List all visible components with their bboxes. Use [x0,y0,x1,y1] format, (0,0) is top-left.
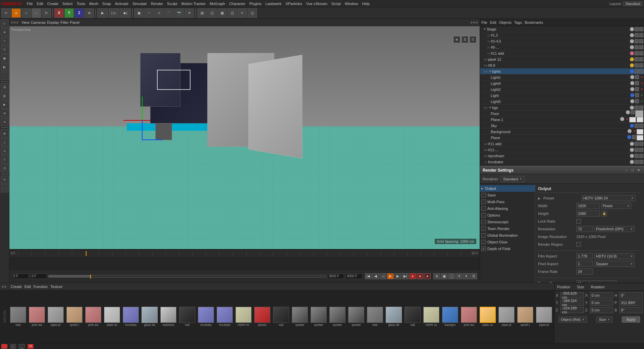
status-close-btn[interactable]: ✕ [28,344,34,349]
sidebar-icon-model[interactable]: ⊞ [1,83,9,91]
loop-btn[interactable]: ↺ [455,273,462,279]
obj-row-background[interactable]: Background ✕ [480,129,644,135]
vt-view[interactable]: View [21,20,30,24]
snap-key-btn[interactable]: ✦ [463,273,470,279]
camera-btn[interactable]: 📷 [174,8,184,18]
render-active-btn[interactable]: ▶ [97,8,108,18]
obj-render-6[interactable] [639,45,643,49]
mat-item-glassde2[interactable]: glass de [385,307,402,327]
obj-row-light5[interactable]: Light5 ✓ [480,99,644,105]
mat-item-pipetpl2[interactable]: pipet pl [498,307,515,327]
obj-render-bgs[interactable] [639,106,643,110]
sky-btn[interactable]: ◫ [207,8,217,18]
mat-item-spotter2[interactable]: spotter [310,307,327,327]
x-axis-btn[interactable]: X [54,8,64,18]
vt-filter[interactable]: Filter [60,20,68,24]
menu-motion-tracker[interactable]: Motion Tracker [181,2,206,6]
rs-framerate-value[interactable]: 24 [576,269,593,275]
obj-row-pipet12[interactable]: Lo pipet 12 [480,56,644,62]
obj-vis-floor[interactable] [631,110,635,114]
rs-section-antialiasing[interactable]: Anti-Aliasing [480,205,535,212]
obj-row-floor[interactable]: Floor [480,111,644,117]
coord-sx-field[interactable]: 0 cm [590,292,613,298]
obj-render-styrofoam[interactable] [639,154,643,158]
obj-vis-8-9[interactable] [635,63,639,67]
floor-btn[interactable]: ▤ [197,8,207,18]
fog-btn[interactable]: ≡ [237,8,247,18]
expand-icon-stage[interactable]: ▼ [483,27,487,31]
mat-item-stainless[interactable]: stainless [160,307,177,327]
status-stop-btn[interactable]: □ [10,344,16,349]
rotate-button[interactable]: ↻ [42,8,51,18]
coord-p-field[interactable]: 311.899° [619,300,643,306]
rs-section-save[interactable]: Save [480,192,535,198]
mat-item-backgro[interactable]: backgro [441,307,459,327]
menu-simulate[interactable]: Simulate [132,2,147,6]
obj-row-light1[interactable]: Light1 ✕ [480,74,644,80]
expand-icon-lights[interactable]: ▼ [488,69,492,73]
menu-plugins[interactable]: Plugins [249,2,261,6]
obj-row-sky[interactable]: Sky [480,123,644,129]
rs-section-output[interactable]: ▶ Output [480,185,535,192]
rs-pixelaspect-preset-dropdown[interactable]: Square ▼ [594,261,635,267]
chk-gi[interactable] [481,233,486,238]
select-button[interactable]: □ [21,8,31,18]
om-file[interactable]: File [481,20,487,24]
coord-y-field[interactable]: -188.324 cm [560,300,584,306]
obj-vis-light5[interactable] [635,99,639,103]
menu-script[interactable]: Script [331,2,341,6]
rs-res-value[interactable]: 72 [576,226,593,232]
spline-btn[interactable]: ~ [144,8,154,18]
mat-item-spotter[interactable]: spotter [291,307,309,327]
rs-width-value[interactable]: 1920 [576,203,600,209]
rs-framerange-dropdown[interactable]: Manual ▼ [576,280,616,283]
rs-section-gi[interactable]: Global Illumination [480,232,535,239]
obj-vis-light1[interactable] [635,75,639,79]
sidebar-icon-sculpt[interactable]: ✦ [1,118,9,126]
mat-item-hdri01[interactable]: HDRI 01 [235,307,252,327]
rs-close-btn[interactable]: ✕ [636,168,641,173]
menu-character[interactable]: Character [229,2,245,6]
sidebar-icon-point[interactable]: · [1,72,9,80]
obj-render-stage[interactable] [639,27,643,31]
menu-window[interactable]: Window [345,2,358,6]
status-minimize-btn[interactable]: _ [19,344,25,349]
rs-section-objectglow[interactable]: Object Glow [480,239,535,245]
mat-item-nail2[interactable]: nail [272,307,290,327]
obj-row-light2[interactable]: Light2 ✕ [480,86,644,93]
obj-row-11add[interactable]: ▷ #11 add [480,50,644,56]
mat-texture[interactable]: Texture [50,285,62,289]
record-sel-btn[interactable]: ● [424,273,431,279]
mat-edit[interactable]: Edit [24,285,31,289]
obj-row-8-9[interactable]: Lo #8,9 [480,62,644,68]
mat-item-glassde[interactable]: glass de [141,307,158,327]
obj-row-light4[interactable]: Light4 ✕ [480,80,644,86]
deformer-btn[interactable]: ⌒ [164,8,174,18]
rs-renderer-dropdown[interactable]: Standard ▼ [501,176,525,182]
sidebar-icon-animate[interactable]: ▶ [1,101,9,109]
obj-render-lights[interactable] [639,69,643,73]
sidebar-icon-extrude[interactable]: ⊡ [1,164,9,172]
frame-total-field[interactable]: 4000 F [345,274,362,279]
obj-render-incubator[interactable] [639,160,643,164]
menu-render[interactable]: Render [151,2,163,6]
rs-maximize-btn[interactable]: □ [630,168,635,173]
rs-section-stereoscopic[interactable]: Stereoscopic [480,219,535,225]
obj-row-lo11[interactable]: Lo #11-... [480,147,644,153]
y-axis-btn[interactable]: Y [64,8,74,18]
apply-button[interactable]: Apply [622,316,640,323]
mat-item-platese[interactable]: plate se [103,307,121,327]
obj-row-styrofoam[interactable]: Lo styrofoam [480,153,644,159]
coord-sz-field[interactable]: 0 cm [590,307,613,313]
obj-row-bgs[interactable]: Lo ▼ bgs [480,105,644,111]
obj-vis-sky[interactable] [635,124,639,128]
mat-item-plateus[interactable]: plate us [479,307,496,327]
obj-vis-light[interactable] [635,93,639,97]
mat-item-spoidc[interactable]: spoid c [66,307,83,327]
render-view-btn[interactable]: ▷▷ [109,8,119,18]
menu-vue[interactable]: Vue xStream [306,2,327,6]
move-button[interactable]: ↔ [32,8,41,18]
obj-row-incubator[interactable]: ▷ Incubator [480,159,644,165]
layout-value[interactable]: Standard [623,1,643,6]
obj-render-pipet12[interactable] [639,57,643,61]
